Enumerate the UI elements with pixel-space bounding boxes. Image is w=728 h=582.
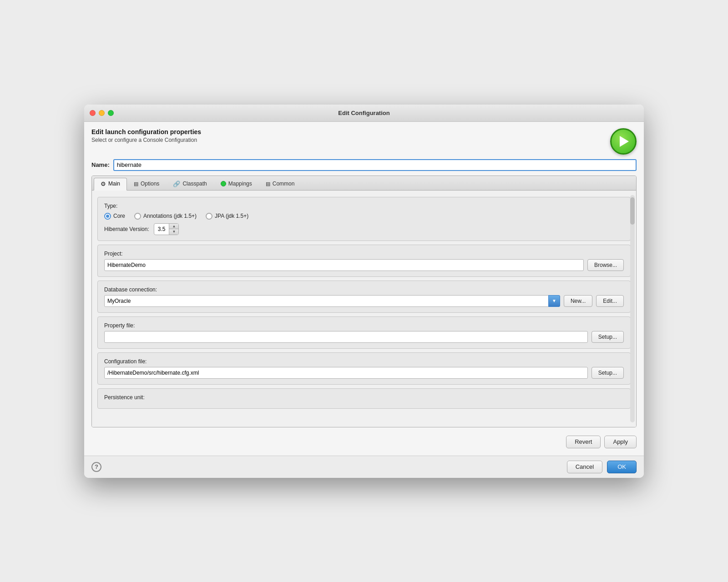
close-button[interactable] bbox=[90, 110, 96, 116]
footer-bar: ? Cancel OK bbox=[84, 456, 644, 478]
tab-mappings[interactable]: Mappings bbox=[214, 178, 259, 191]
project-section: Project: Browse... bbox=[97, 245, 631, 277]
classpath-tab-label: Classpath bbox=[182, 181, 207, 187]
radio-annotations-outer bbox=[134, 213, 141, 220]
main-tab-label: Main bbox=[108, 181, 120, 187]
version-label: Hibernate Version: bbox=[104, 226, 149, 232]
tab-content-main: Type: Core Annotations (jdk 1.5+) bbox=[92, 191, 636, 427]
db-section: Database connection: MyOracle ▼ New... E… bbox=[97, 281, 631, 313]
scrollbar-thumb bbox=[630, 197, 635, 225]
property-input[interactable] bbox=[104, 331, 588, 343]
radio-core-inner bbox=[106, 215, 109, 218]
property-label: Property file: bbox=[104, 322, 624, 329]
title-bar: Edit Configuration bbox=[84, 105, 644, 122]
classpath-tab-icon: 🔗 bbox=[173, 181, 180, 187]
spinner-value: 3.5 bbox=[154, 224, 170, 235]
db-field-row: MyOracle ▼ New... Edit... bbox=[104, 295, 624, 307]
tab-options[interactable]: ▤ Options bbox=[127, 178, 166, 191]
db-label: Database connection: bbox=[104, 286, 624, 293]
version-spinner[interactable]: 3.5 ▲ ▼ bbox=[154, 223, 179, 235]
radio-jpa-outer bbox=[206, 213, 212, 220]
options-tab-icon: ▤ bbox=[134, 181, 138, 187]
radio-row: Core Annotations (jdk 1.5+) JPA (jdk 1.5… bbox=[104, 213, 624, 220]
radio-core-label: Core bbox=[113, 213, 125, 219]
property-section: Property file: Setup... bbox=[97, 316, 631, 349]
play-button[interactable] bbox=[610, 128, 637, 155]
header-row: Edit launch configuration properties Sel… bbox=[91, 128, 637, 155]
scrollbar[interactable] bbox=[630, 195, 635, 422]
tabs-header: ⚙ Main ▤ Options 🔗 Classpath Mappings ▤ bbox=[92, 176, 636, 191]
spinner-up[interactable]: ▲ bbox=[169, 224, 178, 230]
type-section: Type: Core Annotations (jdk 1.5+) bbox=[97, 197, 631, 241]
project-input[interactable] bbox=[104, 259, 584, 271]
radio-core-outer bbox=[104, 213, 111, 220]
common-tab-label: Common bbox=[273, 181, 295, 187]
help-button[interactable]: ? bbox=[91, 462, 101, 472]
main-tab-icon: ⚙ bbox=[101, 181, 106, 187]
name-row: Name: bbox=[91, 159, 637, 171]
page-subtitle: Select or configure a Console Configurat… bbox=[91, 137, 201, 143]
radio-jpa-label: JPA (jdk 1.5+) bbox=[215, 213, 248, 219]
property-setup-button[interactable]: Setup... bbox=[592, 331, 624, 343]
radio-annotations-label: Annotations (jdk 1.5+) bbox=[143, 213, 197, 219]
footer-buttons: Cancel OK bbox=[567, 461, 637, 473]
config-setup-button[interactable]: Setup... bbox=[592, 367, 624, 379]
persistence-section: Persistence unit: bbox=[97, 388, 631, 409]
tab-main[interactable]: ⚙ Main bbox=[94, 178, 127, 191]
db-dropdown-wrapper: MyOracle ▼ bbox=[104, 295, 560, 307]
play-icon bbox=[620, 136, 629, 147]
mappings-tab-label: Mappings bbox=[228, 181, 252, 187]
project-field-row: Browse... bbox=[104, 259, 624, 271]
spinner-buttons: ▲ ▼ bbox=[169, 224, 178, 235]
config-label: Configuration file: bbox=[104, 358, 624, 365]
page-title: Edit launch configuration properties bbox=[91, 128, 201, 135]
radio-annotations[interactable]: Annotations (jdk 1.5+) bbox=[134, 213, 197, 220]
config-field-row: Setup... bbox=[104, 367, 624, 379]
version-row: Hibernate Version: 3.5 ▲ ▼ bbox=[104, 223, 624, 235]
common-tab-icon: ▤ bbox=[266, 181, 270, 187]
content-area: Edit launch configuration properties Sel… bbox=[84, 122, 644, 456]
header-text: Edit launch configuration properties Sel… bbox=[91, 128, 201, 143]
config-section: Configuration file: Setup... bbox=[97, 352, 631, 385]
name-input[interactable] bbox=[113, 159, 637, 171]
type-label: Type: bbox=[104, 203, 624, 209]
browse-button[interactable]: Browse... bbox=[587, 259, 624, 271]
name-label: Name: bbox=[91, 161, 110, 168]
options-tab-label: Options bbox=[141, 181, 159, 187]
traffic-lights bbox=[90, 110, 114, 116]
property-field-row: Setup... bbox=[104, 331, 624, 343]
tab-classpath[interactable]: 🔗 Classpath bbox=[166, 178, 213, 191]
mappings-tab-icon bbox=[221, 181, 226, 186]
cancel-button[interactable]: Cancel bbox=[567, 461, 602, 473]
revert-button[interactable]: Revert bbox=[566, 436, 601, 448]
maximize-button[interactable] bbox=[108, 110, 114, 116]
apply-button[interactable]: Apply bbox=[604, 436, 637, 448]
project-label: Project: bbox=[104, 251, 624, 257]
ok-button[interactable]: OK bbox=[607, 461, 637, 473]
minimize-button[interactable] bbox=[99, 110, 105, 116]
config-input[interactable] bbox=[104, 367, 588, 379]
window-title: Edit Configuration bbox=[338, 110, 389, 116]
radio-jpa[interactable]: JPA (jdk 1.5+) bbox=[206, 213, 248, 220]
persistence-label: Persistence unit: bbox=[104, 394, 624, 401]
db-dropdown[interactable]: MyOracle bbox=[104, 295, 560, 307]
bottom-buttons: Revert Apply bbox=[91, 432, 637, 450]
new-button[interactable]: New... bbox=[564, 295, 592, 307]
spinner-down[interactable]: ▼ bbox=[169, 229, 178, 235]
main-window: Edit Configuration Edit launch configura… bbox=[84, 105, 644, 478]
tabs-container: ⚙ Main ▤ Options 🔗 Classpath Mappings ▤ bbox=[91, 176, 637, 427]
tab-common[interactable]: ▤ Common bbox=[259, 178, 302, 191]
edit-button[interactable]: Edit... bbox=[596, 295, 624, 307]
radio-core[interactable]: Core bbox=[104, 213, 125, 220]
